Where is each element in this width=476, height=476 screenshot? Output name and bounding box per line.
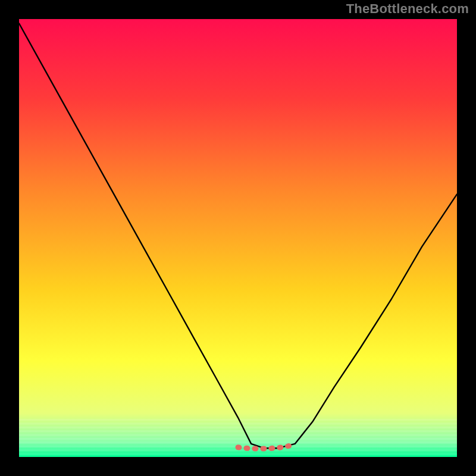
- svg-rect-5: [19, 438, 457, 440]
- gradient-background: [19, 19, 457, 457]
- optimal-band-marker: [238, 446, 290, 449]
- chart-frame: TheBottleneck.com: [0, 0, 476, 476]
- chart-svg: [19, 19, 457, 457]
- svg-rect-9: [19, 453, 457, 455]
- svg-rect-1: [19, 422, 457, 424]
- svg-rect-0: [19, 419, 457, 421]
- svg-rect-2: [19, 427, 457, 428]
- plot-area: [19, 19, 457, 457]
- svg-rect-4: [19, 434, 457, 436]
- svg-rect-3: [19, 430, 457, 432]
- watermark-text: TheBottleneck.com: [346, 1, 469, 17]
- svg-rect-6: [19, 441, 457, 443]
